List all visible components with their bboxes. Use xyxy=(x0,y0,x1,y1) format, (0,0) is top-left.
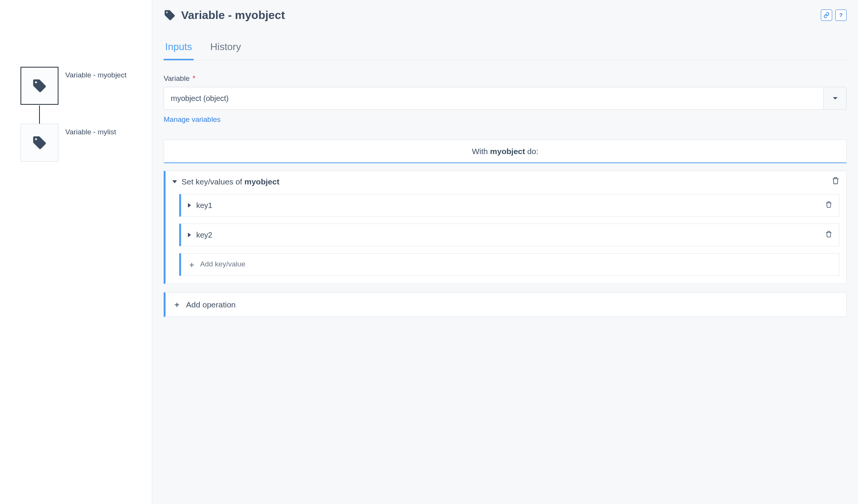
kv-name: key1 xyxy=(196,200,212,210)
trash-icon xyxy=(825,231,832,238)
delete-kv-button[interactable] xyxy=(825,200,832,210)
chevron-right-icon xyxy=(188,233,191,237)
operation-title-prefix: Set key/values of xyxy=(181,177,244,186)
operation-toggle[interactable]: Set key/values of myobject xyxy=(172,176,279,187)
with-do-header: With myobject do: xyxy=(164,140,847,163)
node-box[interactable] xyxy=(21,124,58,162)
node-label: Variable - mylist xyxy=(65,124,116,137)
tab-inputs[interactable]: Inputs xyxy=(164,38,194,60)
trash-icon xyxy=(832,177,839,184)
delete-operation-button[interactable] xyxy=(832,177,839,187)
canvas-node-mylist[interactable]: Variable - mylist xyxy=(21,124,116,162)
trash-icon xyxy=(825,201,832,208)
tabs: Inputs History xyxy=(164,38,847,60)
kv-row[interactable]: key1 xyxy=(179,194,839,217)
kv-row[interactable]: key2 xyxy=(179,224,839,246)
required-marker: * xyxy=(192,74,196,82)
operation-set-keyvalues: Set key/values of myobject key1 xyxy=(164,171,847,284)
help-icon: ? xyxy=(839,11,842,19)
detail-panel: Variable - myobject ? Inputs History xyxy=(152,0,858,504)
plus-icon: ＋ xyxy=(188,260,196,269)
add-operation-label: Add operation xyxy=(186,299,236,310)
node-box[interactable] xyxy=(21,67,58,105)
help-button[interactable]: ? xyxy=(835,9,847,21)
plus-icon: ＋ xyxy=(173,299,181,309)
canvas-edge xyxy=(39,106,40,124)
kv-name: key2 xyxy=(196,230,212,240)
canvas-node-myobject[interactable]: Variable - myobject xyxy=(21,67,126,105)
manage-variables-link[interactable]: Manage variables xyxy=(164,115,221,124)
add-kv-label: Add key/value xyxy=(200,260,245,269)
chevron-right-icon xyxy=(188,203,191,208)
chevron-down-icon xyxy=(833,97,837,99)
page-title-text: Variable - myobject xyxy=(181,8,285,22)
link-icon xyxy=(823,12,830,18)
variable-select-caret[interactable] xyxy=(824,87,847,110)
variable-field-label: Variable * xyxy=(164,73,847,83)
add-operation-button[interactable]: ＋ Add operation xyxy=(164,292,847,317)
tag-icon xyxy=(32,78,47,93)
permalink-button[interactable] xyxy=(821,9,832,21)
variable-select-value[interactable]: myobject (object) xyxy=(164,87,824,110)
add-keyvalue-button[interactable]: ＋ Add key/value xyxy=(179,253,839,276)
node-label: Variable - myobject xyxy=(65,67,126,80)
operation-title-obj: myobject xyxy=(244,177,279,186)
variable-select[interactable]: myobject (object) xyxy=(164,87,847,110)
tag-icon xyxy=(164,9,176,21)
page-title: Variable - myobject xyxy=(164,8,285,22)
workflow-canvas[interactable]: Variable - myobject Variable - mylist xyxy=(0,0,152,504)
tab-history[interactable]: History xyxy=(209,38,243,60)
tag-icon xyxy=(32,135,47,150)
chevron-down-icon xyxy=(172,180,177,183)
delete-kv-button[interactable] xyxy=(825,230,832,240)
